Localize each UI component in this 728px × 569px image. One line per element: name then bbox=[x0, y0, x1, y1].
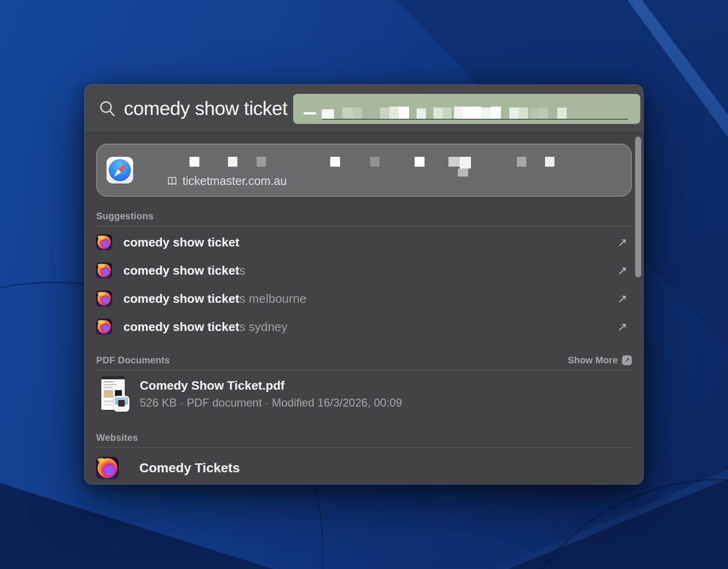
query-completion-redaction bbox=[322, 101, 628, 120]
suggestion-rest: s melbourne bbox=[239, 292, 306, 306]
pdf-thumbnail bbox=[101, 376, 129, 412]
website-row[interactable]: Comedy Tickets bbox=[96, 448, 632, 479]
top-hit-card[interactable]: ticketmaster.com.au bbox=[96, 144, 632, 197]
scrollbar-thumb[interactable] bbox=[635, 137, 641, 277]
pdf-documents-section-header: PDF Documents Show More ↗ bbox=[96, 350, 632, 370]
show-more-button[interactable]: Show More ↗ bbox=[568, 355, 632, 366]
search-input[interactable]: comedy show ticket bbox=[124, 98, 288, 120]
search-icon bbox=[98, 100, 117, 118]
pdf-file-meta: 526 KB · PDF document · Modified 16/3/20… bbox=[140, 396, 402, 409]
pdf-document-row[interactable]: Comedy Show Ticket.pdf 526 KB · PDF docu… bbox=[96, 370, 632, 418]
suggestions-section-header: Suggestions bbox=[96, 206, 632, 226]
north-east-arrow-icon: ↗ bbox=[617, 292, 627, 306]
websites-section-header: Websites bbox=[96, 428, 632, 447]
search-bar[interactable]: comedy show ticket bbox=[85, 85, 643, 133]
firefox-icon bbox=[96, 291, 112, 307]
suggestion-match: comedy show ticket bbox=[123, 235, 239, 249]
firefox-icon bbox=[96, 457, 119, 479]
north-east-arrow-icon: ↗ bbox=[617, 236, 627, 249]
pdf-documents-header-label: PDF Documents bbox=[96, 355, 170, 366]
suggestions-list: comedy show ticket ↗ comedy show tickets… bbox=[96, 226, 632, 341]
show-more-label: Show More bbox=[568, 355, 618, 366]
suggestion-match: comedy show ticket bbox=[123, 263, 239, 277]
firefox-icon bbox=[96, 262, 112, 278]
suggestion-rest: s bbox=[239, 263, 245, 277]
suggestion-row[interactable]: comedy show ticket ↗ bbox=[96, 228, 632, 256]
open-book-icon bbox=[166, 175, 178, 187]
suggestion-rest: s sydney bbox=[239, 320, 288, 334]
firefox-icon bbox=[96, 234, 112, 250]
top-hit-body: ticketmaster.com.au bbox=[144, 145, 622, 196]
top-hit-url: ticketmaster.com.au bbox=[166, 174, 287, 188]
suggestion-row[interactable]: comedy show tickets sydney ↗ bbox=[96, 313, 632, 341]
firefox-icon bbox=[96, 319, 112, 335]
completion-dash bbox=[303, 112, 316, 115]
pdf-file-title: Comedy Show Ticket.pdf bbox=[140, 378, 402, 393]
suggestions-header-label: Suggestions bbox=[96, 211, 153, 222]
north-east-arrow-icon: ↗ bbox=[617, 320, 627, 334]
suggestion-match: comedy show ticket bbox=[123, 292, 239, 306]
suggestion-row[interactable]: comedy show tickets melbourne ↗ bbox=[96, 284, 632, 313]
suggestion-row[interactable]: comedy show tickets ↗ bbox=[96, 256, 632, 284]
autocomplete-highlight[interactable] bbox=[293, 94, 640, 124]
north-east-arrow-box-icon: ↗ bbox=[622, 355, 632, 365]
websites-header-label: Websites bbox=[96, 432, 138, 443]
top-hit-url-text: ticketmaster.com.au bbox=[182, 174, 287, 188]
suggestion-match: comedy show ticket bbox=[123, 320, 239, 334]
spotlight-window: comedy show ticket tic bbox=[84, 85, 644, 484]
safari-icon bbox=[106, 157, 133, 184]
preview-app-badge-icon bbox=[114, 396, 129, 412]
north-east-arrow-icon: ↗ bbox=[617, 264, 627, 277]
website-title: Comedy Tickets bbox=[139, 461, 240, 476]
